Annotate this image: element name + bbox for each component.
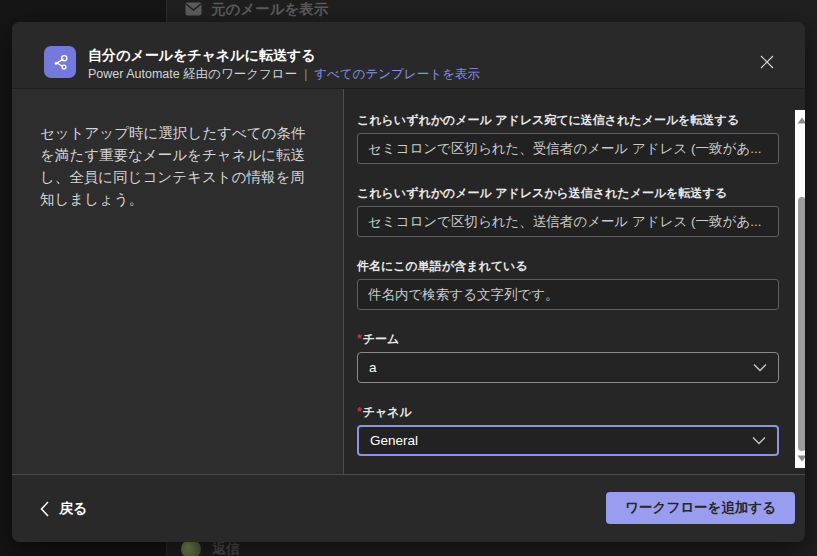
- chevron-down-icon: [752, 436, 766, 445]
- forward-to-addresses-input[interactable]: [357, 133, 779, 164]
- workflow-description: セットアップ時に選択したすべての条件を満たす重要なメールをチャネルに転送し、全員…: [40, 122, 317, 210]
- team-dropdown[interactable]: a: [357, 352, 779, 383]
- field-label: これらいずれかのメール アドレスから送信されたメールを転送する: [357, 185, 779, 201]
- back-button-label: 戻る: [59, 500, 87, 518]
- dialog-footer: 戻る ワークフローを追加する: [12, 474, 805, 542]
- dialog-title: 自分のメールをチャネルに転送する: [88, 47, 480, 64]
- dialog-subtitle: Power Automate 経由のワークフロー | すべてのテンプレートを表示: [88, 66, 480, 82]
- workflow-dialog: 自分のメールをチャネルに転送する Power Automate 経由のワークフロ…: [12, 22, 805, 542]
- view-all-templates-link[interactable]: すべてのテンプレートを表示: [314, 66, 479, 82]
- required-marker: *: [357, 405, 362, 419]
- field-forward-from: これらいずれかのメール アドレスから送信されたメールを転送する: [357, 185, 779, 237]
- field-label: *チャネル: [357, 404, 779, 420]
- scrollbar-thumb[interactable]: [798, 197, 805, 451]
- reply-label: 返信: [212, 540, 240, 556]
- show-original-email-link[interactable]: 元のメールを表示: [185, 0, 328, 18]
- show-original-email-label: 元のメールを表示: [211, 0, 328, 19]
- team-dropdown-value: a: [369, 360, 377, 375]
- field-channel: *チャネル General: [357, 404, 779, 456]
- field-subject-contains: 件名にこの単語が含まれている: [357, 258, 779, 310]
- description-panel: セットアップ時に選択したすべての条件を満たす重要なメールをチャネルに転送し、全員…: [12, 89, 343, 474]
- field-team: *チーム a: [357, 331, 779, 383]
- form-scrollbar[interactable]: [795, 110, 805, 468]
- close-icon: [759, 54, 775, 70]
- back-button[interactable]: 戻る: [40, 494, 87, 524]
- field-label: これらいずれかのメール アドレス宛てに送信されたメールを転送する: [357, 112, 779, 128]
- dialog-header: 自分のメールをチャネルに転送する Power Automate 経由のワークフロ…: [12, 22, 805, 89]
- dialog-body: セットアップ時に選択したすべての条件を満たす重要なメールをチャネルに転送し、全員…: [12, 89, 805, 474]
- close-button[interactable]: [755, 50, 779, 74]
- forward-from-addresses-input[interactable]: [357, 206, 779, 237]
- channel-dropdown-value: General: [370, 433, 418, 448]
- add-workflow-button[interactable]: ワークフローを追加する: [606, 492, 795, 524]
- scroll-up-arrow-icon[interactable]: [795, 113, 805, 127]
- subtitle-separator: |: [304, 66, 307, 82]
- chevron-down-icon: [753, 363, 767, 372]
- field-label: 件名にこの単語が含まれている: [357, 258, 779, 274]
- workflow-source-label: Power Automate 経由のワークフロー: [88, 66, 297, 82]
- chevron-left-icon: [40, 501, 49, 517]
- workflow-share-icon: [44, 46, 76, 78]
- envelope-icon: [185, 2, 202, 16]
- field-forward-to: これらいずれかのメール アドレス宛てに送信されたメールを転送する: [357, 112, 779, 164]
- subject-contains-input[interactable]: [357, 279, 779, 310]
- workflow-form-panel: これらいずれかのメール アドレス宛てに送信されたメールを転送する これらいずれか…: [344, 89, 805, 474]
- dialog-titles: 自分のメールをチャネルに転送する Power Automate 経由のワークフロ…: [88, 47, 480, 82]
- required-marker: *: [357, 332, 362, 346]
- channel-dropdown[interactable]: General: [357, 425, 779, 456]
- scroll-down-arrow-icon[interactable]: [795, 451, 805, 465]
- field-label: *チーム: [357, 331, 779, 347]
